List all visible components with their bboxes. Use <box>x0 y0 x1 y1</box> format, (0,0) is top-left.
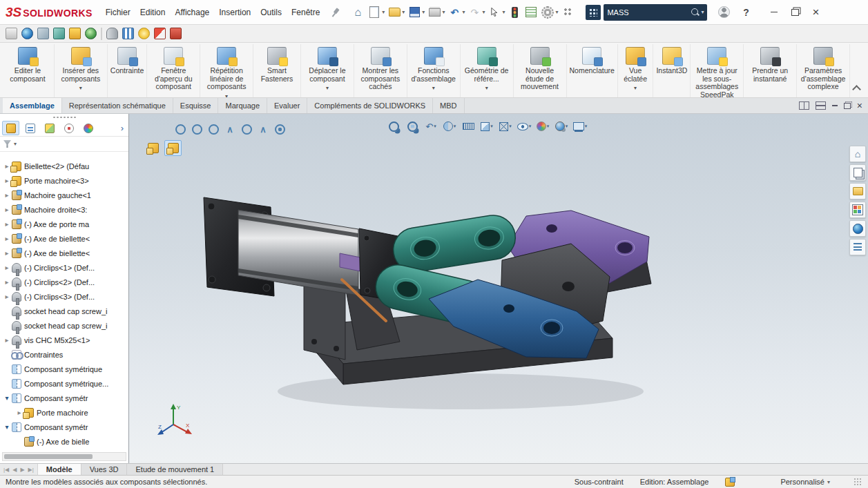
document-tab[interactable]: Etude de mouvement 1 <box>127 464 223 475</box>
new-document-button[interactable] <box>366 3 386 21</box>
sketch-line-icon[interactable] <box>256 122 270 136</box>
large-assembly-settings-button[interactable]: Paramètres d'assemblage complexe <box>797 44 850 97</box>
take-snapshot-button[interactable]: Prendre un instantané <box>744 44 797 97</box>
toolbox-icon[interactable] <box>170 28 182 39</box>
tree-item[interactable]: Machoire droite<3: <box>0 202 128 217</box>
options-button[interactable] <box>539 3 559 21</box>
menu-item[interactable]: Fenêtre <box>287 4 325 21</box>
search-caret-icon[interactable] <box>701 9 704 15</box>
bill-of-materials-button[interactable]: Nomenclature <box>567 44 618 97</box>
print-button[interactable] <box>426 3 446 21</box>
sketch-circle-icon[interactable] <box>173 122 187 136</box>
rebuild-button[interactable] <box>506 3 523 21</box>
command-tab[interactable]: Evaluer <box>267 98 307 113</box>
expand-arrow-icon[interactable] <box>3 278 11 286</box>
collapse-ribbon-icon[interactable] <box>850 84 862 93</box>
go-previous-button[interactable] <box>12 467 17 473</box>
propertymanager-tab-icon[interactable] <box>21 121 39 135</box>
menu-item[interactable]: Edition <box>135 4 171 21</box>
panel-splitter-handle[interactable] <box>0 114 128 120</box>
tree-item[interactable]: (-) Circlips<1> (Def... <box>0 260 128 275</box>
account-button[interactable] <box>715 3 732 21</box>
tree-item[interactable]: Biellette<2> (Défau <box>0 159 128 173</box>
command-tab[interactable]: Compléments de SOLIDWORKS <box>307 98 433 113</box>
flag-icon[interactable] <box>154 28 166 39</box>
wrench-gear-icon[interactable] <box>53 28 65 39</box>
tree-item[interactable]: Machoire gauche<1 <box>0 188 128 202</box>
show-hidden-components-button[interactable]: Montrer les composants cachés <box>354 44 407 97</box>
search-input[interactable] <box>607 8 691 17</box>
expand-arrow-icon[interactable] <box>3 249 11 257</box>
restore-button[interactable] <box>784 3 805 21</box>
tree-item[interactable]: (-) Axe de porte ma <box>0 217 128 231</box>
filter-caret-icon[interactable] <box>14 141 17 147</box>
linear-component-pattern-button[interactable]: Répétition linéaire de composants <box>200 44 253 97</box>
graphics-area[interactable]: Y X Z <box>129 114 868 463</box>
assembly-model-3d[interactable] <box>129 114 868 463</box>
gears-icon[interactable] <box>37 28 49 39</box>
filter-funnel-icon[interactable] <box>3 140 11 148</box>
view-orientation-icon[interactable] <box>479 119 495 133</box>
insert-components-button[interactable]: Insérer des composants <box>55 44 108 97</box>
tree-item[interactable]: (-) Circlips<3> (Def... <box>0 289 128 304</box>
hierarchy-icon[interactable] <box>69 28 81 39</box>
edit-component-button[interactable]: Editer le composant <box>1 44 55 97</box>
breadcrumb-assembly-icon[interactable] <box>164 140 182 156</box>
edit-appearance-icon[interactable] <box>534 119 551 133</box>
section-view-icon[interactable] <box>441 119 458 133</box>
search-scope-icon[interactable] <box>586 5 601 20</box>
undo-button[interactable] <box>446 3 466 21</box>
menu-item[interactable]: Fichier <box>101 4 135 21</box>
search-box[interactable] <box>604 4 707 21</box>
sketch-line-icon[interactable] <box>223 122 237 136</box>
close-button[interactable] <box>805 3 826 21</box>
search-icon[interactable] <box>691 8 700 17</box>
new-motion-study-button[interactable]: Nouvelle étude de mouvement <box>514 44 567 97</box>
previous-view-icon[interactable] <box>423 119 439 133</box>
sketch-circle-icon[interactable] <box>206 122 220 136</box>
solidworks-resources-icon[interactable] <box>849 146 866 162</box>
globe-icon[interactable] <box>85 28 97 39</box>
command-tab[interactable]: Assemblage <box>3 98 62 113</box>
mate-button[interactable]: Contrainte <box>108 44 147 97</box>
document-restore-button[interactable] <box>844 103 851 109</box>
dimxpert-tab-icon[interactable] <box>60 121 77 135</box>
menu-item[interactable]: Affichage <box>170 4 214 21</box>
expand-arrow-icon[interactable] <box>3 394 11 402</box>
configurationmanager-tab-icon[interactable] <box>41 121 58 135</box>
apps-button[interactable] <box>559 3 576 21</box>
view-palette-icon[interactable] <box>849 202 866 218</box>
display-units-selector[interactable]: Personnalisé <box>780 478 830 486</box>
command-tab[interactable]: Représentation schématique <box>62 98 173 113</box>
link-upper[interactable] <box>390 212 519 275</box>
breadcrumb-assembly-icon[interactable] <box>144 140 162 156</box>
tree-item[interactable]: Composant symétr <box>0 420 128 434</box>
viewport-pane-icon[interactable] <box>799 101 809 110</box>
command-tab[interactable]: Esquisse <box>173 98 219 113</box>
tree-item[interactable]: Composant symétrique <box>0 362 128 376</box>
open-button[interactable] <box>386 3 406 21</box>
file-explorer-icon[interactable] <box>849 183 866 199</box>
home-button[interactable] <box>349 3 366 21</box>
zoom-to-fit-icon[interactable] <box>385 119 402 133</box>
expand-arrow-icon[interactable] <box>3 235 11 242</box>
document-minimize-button[interactable] <box>832 105 838 106</box>
component-preview-window-button[interactable]: Fenêtre d'aperçu du composant <box>147 44 200 97</box>
apply-scene-icon[interactable] <box>553 119 570 133</box>
tree-item[interactable]: (-) Axe de bielle <box>0 434 128 449</box>
expand-arrow-icon[interactable] <box>3 220 11 228</box>
sketch-circle-icon[interactable] <box>240 122 253 136</box>
tree-item[interactable]: (-) Axe de biellette< <box>0 246 128 260</box>
document-close-button[interactable] <box>857 101 862 110</box>
exploded-view-button[interactable]: Vue éclatée <box>618 44 654 97</box>
design-library-icon[interactable] <box>849 164 866 181</box>
expand-arrow-icon[interactable] <box>3 423 11 431</box>
panel-flyout-chevron-icon[interactable] <box>118 123 126 133</box>
tree-item[interactable]: socket head cap screw_i <box>0 318 128 333</box>
tree-item[interactable]: Composant symétrique... <box>0 376 128 391</box>
document-tab[interactable]: Modèle <box>38 464 81 475</box>
smart-fasteners-button[interactable]: Smart Fasteners <box>253 44 301 97</box>
pin-icon[interactable] <box>328 5 343 19</box>
tree-item[interactable]: socket head cap screw_i <box>0 304 128 318</box>
viewport-split-icon[interactable] <box>816 101 826 110</box>
